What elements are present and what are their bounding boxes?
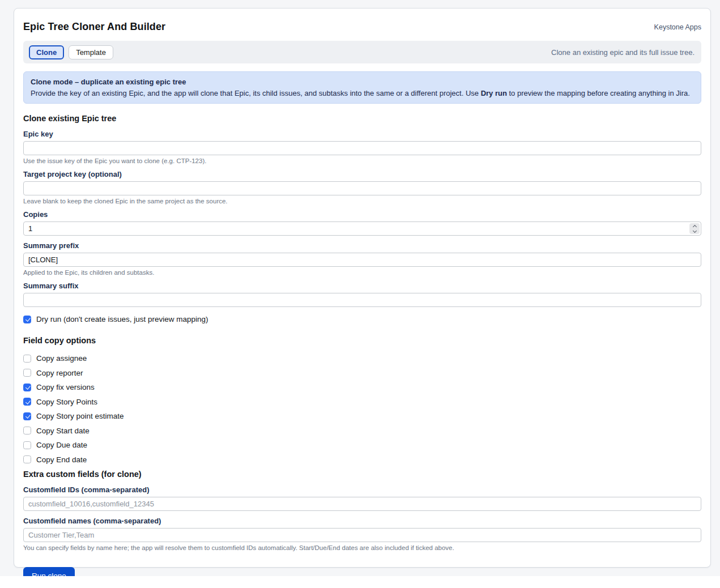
page-background: Epic Tree Cloner And Builder Keystone Ap… — [0, 0, 720, 576]
copy-end-date-checkbox[interactable] — [23, 455, 31, 463]
info-banner-body: Provide the key of an existing Epic, and… — [31, 88, 694, 99]
summary-prefix-input[interactable] — [23, 253, 701, 267]
copy-story-point-estimate-label: Copy Story point estimate — [36, 412, 124, 420]
copy-assignee-checkbox[interactable] — [23, 355, 31, 363]
summary-suffix-label: Summary suffix — [23, 282, 701, 290]
copy-assignee-label: Copy assignee — [36, 354, 87, 363]
copy-story-points-checkbox[interactable] — [23, 398, 31, 406]
dry-run-checkbox-row[interactable]: Dry run (don't create issues, just previ… — [23, 315, 701, 323]
summary-prefix-help: Applied to the Epic, its children and su… — [23, 269, 701, 276]
field-options-heading: Field copy options — [23, 336, 701, 345]
option-copy-reporter[interactable]: Copy reporter — [23, 369, 701, 377]
info-banner-title: Clone mode – duplicate an existing epic … — [31, 76, 694, 88]
customfield-ids-group: Customfield IDs (comma-separated) — [23, 485, 701, 511]
info-body-pre: Provide the key of an existing Epic, and… — [31, 89, 481, 97]
option-copy-start-date[interactable]: Copy Start date — [23, 427, 701, 435]
copies-label: Copies — [23, 210, 701, 219]
summary-prefix-group: Summary prefix Applied to the Epic, its … — [23, 241, 701, 276]
copies-spinner-buttons[interactable] — [689, 223, 700, 234]
summary-suffix-group: Summary suffix — [23, 282, 701, 307]
extra-fields-heading: Extra custom fields (for clone) — [23, 470, 701, 479]
copy-reporter-label: Copy reporter — [36, 369, 83, 377]
epic-key-help: Use the issue key of the Epic you want t… — [23, 157, 701, 164]
spinner-down-icon[interactable] — [692, 228, 696, 232]
copy-story-points-label: Copy Story Points — [36, 398, 97, 406]
field-options-list: Copy assignee Copy reporter Copy fix ver… — [23, 354, 701, 464]
option-copy-fix-versions[interactable]: Copy fix versions — [23, 383, 701, 391]
epic-key-group: Epic key Use the issue key of the Epic y… — [23, 130, 701, 164]
customfield-names-help: You can specify fields by name here; the… — [23, 544, 701, 551]
info-body-bold: Dry run — [481, 89, 507, 97]
copy-start-date-checkbox[interactable] — [23, 427, 31, 434]
app-card: Epic Tree Cloner And Builder Keystone Ap… — [14, 8, 711, 568]
dry-run-checkbox[interactable] — [23, 316, 31, 323]
customfield-ids-input[interactable] — [23, 497, 701, 511]
copy-reporter-checkbox[interactable] — [23, 369, 31, 377]
copies-stepper — [23, 221, 701, 236]
copy-fix-versions-label: Copy fix versions — [36, 383, 95, 391]
option-copy-end-date[interactable]: Copy End date — [23, 455, 701, 464]
copy-due-date-checkbox[interactable] — [23, 441, 31, 449]
run-clone-button[interactable]: Run clone — [23, 567, 75, 576]
option-copy-story-points[interactable]: Copy Story Points — [23, 398, 701, 406]
customfield-names-input[interactable] — [23, 528, 701, 542]
copy-due-date-label: Copy Due date — [36, 441, 87, 449]
tab-clone[interactable]: Clone — [29, 45, 64, 59]
option-copy-assignee[interactable]: Copy assignee — [23, 354, 701, 363]
target-project-group: Target project key (optional) Leave blan… — [23, 170, 701, 204]
customfield-ids-label: Customfield IDs (comma-separated) — [23, 485, 701, 494]
copy-start-date-label: Copy Start date — [36, 427, 90, 435]
summary-suffix-input[interactable] — [23, 293, 701, 307]
epic-key-label: Epic key — [23, 130, 701, 138]
copy-story-point-estimate-checkbox[interactable] — [23, 412, 31, 420]
mode-tab-bar: Clone Template Clone an existing epic an… — [23, 41, 701, 63]
target-project-help: Leave blank to keep the cloned Epic in t… — [23, 198, 701, 204]
epic-key-input[interactable] — [23, 141, 701, 155]
mode-hint: Clone an existing epic and its full issu… — [113, 48, 696, 57]
copy-end-date-label: Copy End date — [36, 455, 87, 464]
customfield-names-label: Customfield names (comma-separated) — [23, 517, 701, 525]
copies-group: Copies — [23, 210, 701, 236]
info-body-post: to preview the mapping before creating a… — [507, 89, 690, 97]
option-copy-story-point-estimate[interactable]: Copy Story point estimate — [23, 412, 701, 420]
target-project-input[interactable] — [23, 181, 701, 195]
summary-prefix-label: Summary prefix — [23, 241, 701, 250]
clone-section-heading: Clone existing Epic tree — [23, 114, 701, 123]
customfield-names-group: Customfield names (comma-separated) You … — [23, 517, 701, 551]
page-title: Epic Tree Cloner And Builder — [23, 21, 165, 33]
target-project-label: Target project key (optional) — [23, 170, 701, 178]
app-header: Epic Tree Cloner And Builder Keystone Ap… — [23, 21, 701, 33]
clone-mode-info-banner: Clone mode – duplicate an existing epic … — [23, 71, 701, 104]
tab-template[interactable]: Template — [69, 45, 113, 59]
copy-fix-versions-checkbox[interactable] — [23, 384, 31, 391]
option-copy-due-date[interactable]: Copy Due date — [23, 441, 701, 449]
vendor-label: Keystone Apps — [654, 21, 701, 31]
dry-run-label: Dry run (don't create issues, just previ… — [36, 315, 208, 323]
copies-input[interactable] — [23, 221, 701, 236]
